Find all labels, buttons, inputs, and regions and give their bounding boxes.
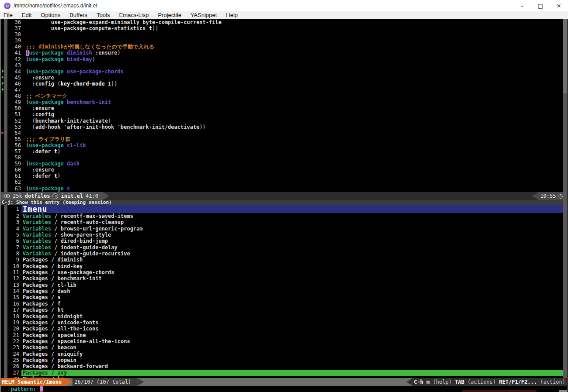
code-line[interactable]: 36 use-package-expand-minimally byte-com… — [0, 19, 568, 25]
helm-candidate[interactable]: 1Imenu — [0, 205, 568, 213]
line-number: 46 — [8, 81, 21, 87]
candidate-number: 15 — [7, 294, 19, 300]
helm-candidate[interactable]: 20Packages / all-the-icons — [0, 326, 568, 332]
menu-item-emacs-lisp[interactable]: Emacs-Lisp — [119, 12, 149, 18]
candidate-number: 16 — [7, 301, 19, 307]
helm-candidate[interactable]: 3Variables / recentf-auto-cleanup — [0, 219, 568, 225]
code-line[interactable]: ♦44(use-package use-package-chords — [0, 69, 568, 75]
code-line[interactable]: 55;;; ライブラリ群 — [0, 136, 568, 142]
helm-candidate[interactable]: 6Variables / dired-bind-jump — [0, 238, 568, 244]
code-line[interactable]: 49(use-package benchmark-init — [0, 99, 568, 105]
menu-item-projectile[interactable]: Projectile — [158, 12, 181, 18]
helm-candidate[interactable]: 17Packages / ht — [0, 307, 568, 313]
menu-item-edit[interactable]: Edit — [22, 12, 31, 18]
helm-candidate[interactable]: 27Packages / avy — [0, 370, 568, 376]
helm-scrollbar-left[interactable] — [4, 205, 7, 378]
helm-candidate[interactable]: 21Packages / spaceline — [0, 332, 568, 338]
candidate-group: Variables — [23, 244, 51, 251]
line-number: 51 — [8, 111, 21, 117]
candidate-label: Variables / recentf-auto-cleanup — [21, 219, 568, 225]
menu-item-tools[interactable]: Tools — [97, 12, 110, 18]
candidate-group: Packages — [23, 326, 48, 332]
code-line[interactable]: ♦47 — [0, 87, 568, 93]
code-line[interactable]: 61 :defer t) — [0, 173, 568, 179]
source-buffer[interactable]: 36 use-package-expand-minimally byte-com… — [0, 19, 568, 192]
code-line[interactable]: 38 — [0, 31, 568, 38]
code-line[interactable]: 56(use-package cl-lib — [0, 142, 568, 148]
code-line[interactable]: ♦45 :ensure — [0, 75, 568, 81]
code-token: ;; ベンチマーク — [26, 93, 67, 99]
helm-candidate[interactable]: 26Packages / backward-forward — [0, 363, 568, 369]
helm-candidate[interactable]: 8Variables / indent-guide-recursive — [0, 251, 568, 257]
menu-item-yasnippet[interactable]: YASnippet — [190, 12, 217, 18]
code-line[interactable]: ♦46 :config (key-chord-mode 1)) — [0, 81, 568, 87]
code-token: ( — [26, 56, 29, 62]
line-number: 60 — [8, 167, 21, 173]
code-line[interactable]: 51 :config — [0, 111, 568, 117]
code-line[interactable]: 59(use-package dash — [0, 161, 568, 167]
line-number: 52 — [8, 118, 21, 124]
code-line[interactable]: 60 :ensure — [0, 167, 568, 173]
code-line[interactable]: 41(use-package diminish :ensure) — [0, 50, 568, 56]
close-button[interactable]: ✕ — [550, 0, 568, 11]
code-line[interactable]: 39 — [0, 38, 568, 44]
code-token: ( — [32, 118, 35, 124]
helm-candidate-counter: 26/107 (107 total) — [73, 378, 137, 386]
code-line[interactable]: 37 use-package-compute-statistics t)) — [0, 25, 568, 31]
buffer-size: 25k — [13, 193, 22, 199]
scrollbar-thumb[interactable] — [563, 19, 567, 93]
candidate-label: Packages / bind-key — [21, 263, 568, 269]
code-token: :config — [26, 81, 57, 87]
maximize-button[interactable]: □ — [531, 0, 550, 11]
helm-candidate[interactable]: 16Packages / f — [0, 301, 568, 307]
menu-item-options[interactable]: Options — [41, 12, 60, 18]
helm-candidate[interactable]: 13Packages / cl-lib — [0, 282, 568, 288]
code-line[interactable]: 53 (add-hook 'after-init-hook 'benchmark… — [0, 124, 568, 130]
helm-candidate[interactable]: 18Packages / midnight — [0, 313, 568, 320]
helm-candidate[interactable]: 10Packages / bind-key — [0, 263, 568, 269]
helm-candidate[interactable]: 23Packages / beacon — [0, 344, 568, 351]
line-number: 40 — [8, 44, 21, 50]
helm-candidate[interactable]: 7Variables / indent-guide-delay — [0, 244, 568, 251]
candidate-number: 8 — [7, 251, 19, 257]
code-line[interactable]: 62 — [0, 179, 568, 185]
code-line[interactable]: 48;; ベンチマーク — [0, 93, 568, 99]
minimize-button[interactable]: – — [513, 0, 531, 11]
menu-item-buffers[interactable]: Buffers — [69, 12, 87, 18]
code-line[interactable]: 54 — [0, 130, 568, 136]
helm-candidate[interactable]: 19Packages / unicode-fonts — [0, 320, 568, 326]
candidate-number: 13 — [7, 282, 19, 288]
helm-candidate[interactable]: 12Packages / benchmark-init — [0, 275, 568, 282]
code-token: use-package — [29, 161, 63, 167]
code-line[interactable]: 50 :ensure — [0, 105, 568, 111]
code-line[interactable]: 42(use-package bind-key) — [0, 56, 568, 62]
helm-candidate[interactable]: 5Variables / show-paren-style — [0, 232, 568, 238]
code-line[interactable]: 63(use-package s — [0, 186, 568, 192]
helm-candidate[interactable]: 24Packages / uniquify — [0, 351, 568, 357]
menu-item-help[interactable]: Help — [226, 12, 238, 18]
helm-candidate[interactable]: 22Packages / spaceline-all-the-icons — [0, 338, 568, 344]
candidate-label: Imenu — [21, 205, 568, 213]
code-token — [64, 56, 67, 62]
candidate-label: Packages / diminish — [21, 257, 568, 263]
helm-candidate[interactable]: 9Packages / diminish — [0, 257, 568, 263]
line-number: 36 — [8, 19, 21, 25]
code-line[interactable]: 52 (benchmark-init/activate) — [0, 118, 568, 124]
candidate-group: Packages — [23, 357, 48, 363]
code-line[interactable]: 40;;; diminishが付属しなくなったので手動で入れる — [0, 44, 568, 50]
code-line[interactable]: 57 :defer t) — [0, 148, 568, 155]
editor-scrollbar-left[interactable] — [4, 19, 7, 192]
code-line[interactable]: 58 — [0, 155, 568, 161]
candidate-label: Packages / cl-lib — [21, 282, 568, 288]
helm-candidate[interactable]: 25Packages / popwin — [0, 357, 568, 363]
code-line[interactable]: 43 — [0, 62, 568, 69]
code-token: t — [54, 173, 57, 179]
helm-candidate[interactable]: 15Packages / s — [0, 294, 568, 300]
hint-desc: (action) — [537, 379, 565, 385]
menu-item-file[interactable]: File — [3, 12, 13, 18]
helm-candidate[interactable]: 11Packages / use-package-chords — [0, 269, 568, 275]
helm-candidate[interactable]: 14Packages / dash — [0, 288, 568, 294]
helm-candidate[interactable]: 2Variables / recentf-max-saved-items — [0, 213, 568, 219]
scrollbar-right[interactable] — [563, 19, 567, 378]
helm-candidate[interactable]: 4Variables / browse-url-generic-program — [0, 226, 568, 232]
